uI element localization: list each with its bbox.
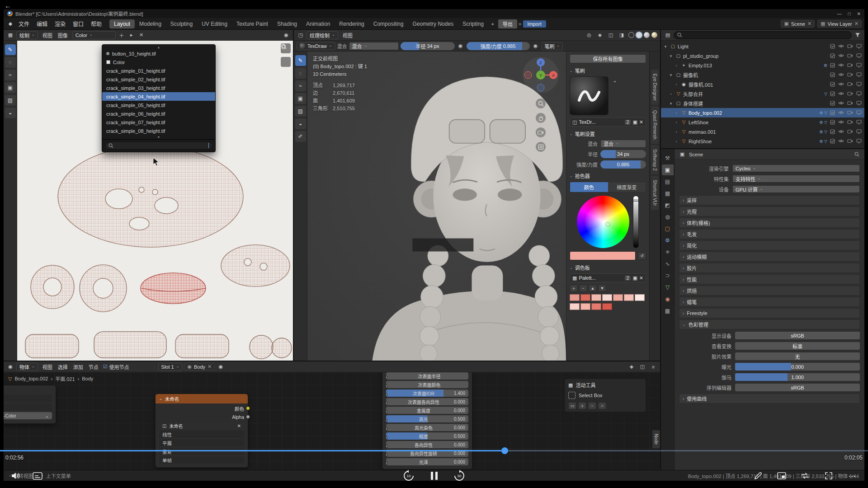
disable-camera-icon[interactable] xyxy=(847,129,853,134)
brush-browse-icon[interactable]: ⌄ xyxy=(611,76,619,84)
viewport-tool-button[interactable]: ✎ xyxy=(295,55,306,66)
paint-tool-button[interactable]: ◌ xyxy=(5,57,16,68)
render-monitor-icon[interactable] xyxy=(856,101,862,105)
volume-button[interactable] xyxy=(10,470,22,482)
edit-button[interactable] xyxy=(752,470,764,482)
outliner-row[interactable]: ▾ ▢ Light xyxy=(661,42,864,51)
image-name-field[interactable]: ◫ 未命名 ✕ xyxy=(159,422,244,429)
hide-eye-icon[interactable] xyxy=(838,129,844,134)
radius-pressure-icon[interactable]: ◉ xyxy=(457,42,465,50)
checkbox-icon[interactable] xyxy=(830,120,835,125)
palette-swatch[interactable] xyxy=(580,294,590,301)
checkbox-icon[interactable] xyxy=(830,91,835,96)
bsdf-input-row[interactable]: 次表面各向异性 0.000 xyxy=(386,398,468,405)
sidebar-tab[interactable]: Eye Designer xyxy=(651,70,659,105)
outliner-row[interactable]: › ▽ Body_topo.002 ⚙ ▽ xyxy=(661,108,864,117)
fullscreen-button[interactable] xyxy=(823,470,835,482)
viewport-tool-button[interactable]: ▣ xyxy=(295,93,306,104)
strength-pressure-icon[interactable]: ◉ xyxy=(532,42,540,50)
viewport-tool-button[interactable]: ≈ xyxy=(295,80,306,91)
outliner-row[interactable]: › ▽ RightShoe ⚙ ▽ xyxy=(661,136,864,146)
strength-slider[interactable]: 强度/力度 0.885 xyxy=(467,42,530,50)
outliner-row[interactable]: › ▽ 头部合并 ▽ xyxy=(661,89,864,99)
palette-swatch[interactable] xyxy=(602,303,612,310)
maximize-button[interactable]: □ xyxy=(848,11,851,16)
checkbox-icon[interactable] xyxy=(830,63,835,68)
add-workspace-button[interactable]: + xyxy=(489,20,497,28)
menu-item[interactable]: 编辑 xyxy=(33,19,51,29)
colorspace-dropdown[interactable]: Non-Color⌄ xyxy=(4,412,52,419)
color-picker-section-header[interactable]: 拾色器 xyxy=(570,172,646,179)
expand-arrow-icon[interactable]: › xyxy=(668,92,674,96)
radius-field[interactable]: 34 px xyxy=(600,150,646,158)
cm-value-widget[interactable]: 标准 xyxy=(735,342,860,350)
shader-editor-menu[interactable]: 添加 xyxy=(71,362,86,371)
sidebar-tab[interactable]: Quad Remesh xyxy=(651,106,659,143)
image-dropdown-item[interactable]: crack_simple_06_height.tif xyxy=(102,109,215,118)
properties-tab[interactable]: ✳ xyxy=(662,247,674,258)
workspace-tab[interactable]: Modeling xyxy=(135,19,166,28)
viewport-canvas[interactable]: 正交前视图 (0) Body_topo.002 : 键 1 10 Centime… xyxy=(307,52,566,361)
hide-eye-icon[interactable] xyxy=(838,72,844,77)
dropdown-scroll-up-icon[interactable]: ▲ xyxy=(102,45,215,49)
collapsed-section[interactable]: 蜡笔 xyxy=(679,297,860,307)
editor-type-icon[interactable]: ▦ xyxy=(6,31,14,39)
menu-item[interactable]: 文件 xyxy=(15,19,33,29)
palette-swatch[interactable] xyxy=(613,294,623,301)
solid-shading-icon[interactable] xyxy=(636,32,642,38)
snap-icon[interactable]: ◈ xyxy=(627,363,636,371)
properties-tab[interactable]: ▢ xyxy=(662,223,674,234)
expand-arrow-icon[interactable]: › xyxy=(674,63,679,68)
image-dropdown-item[interactable]: crack_simple_03_height.tif xyxy=(102,84,215,92)
hide-eye-icon[interactable] xyxy=(838,120,844,124)
collapsed-section[interactable]: 烘焙 xyxy=(679,286,860,296)
image-dropdown-item[interactable]: crack_simple_01_height.tif xyxy=(102,66,215,75)
select-extend-icon[interactable]: ＋ xyxy=(578,402,586,409)
render-monitor-icon[interactable] xyxy=(856,53,862,58)
palette-swatch[interactable] xyxy=(570,303,580,310)
viewport-tool-button[interactable]: ◌ xyxy=(295,68,306,79)
import-button[interactable]: Import xyxy=(523,20,546,28)
viewport-pan-icon[interactable] xyxy=(536,113,546,123)
cm-value-widget[interactable]: 0.000 xyxy=(735,363,860,371)
workspace-tab[interactable]: Geometry Nodes xyxy=(408,19,458,28)
overlay-icon[interactable]: ◫ xyxy=(638,363,646,371)
brush-section-header[interactable]: 笔刷 xyxy=(570,67,646,74)
expand-arrow-icon[interactable]: ▾ xyxy=(663,44,668,49)
view-layer-clear-icon[interactable]: ✕ xyxy=(854,21,859,27)
render-monitor-icon[interactable] xyxy=(856,110,862,115)
outliner-row[interactable]: ▾ ▢ 身体搭建 xyxy=(661,99,864,108)
editor-type-icon[interactable]: ◳ xyxy=(297,31,305,39)
workspace-tab[interactable]: Compositing xyxy=(369,19,408,28)
xray-icon[interactable]: ◨ xyxy=(618,31,626,39)
checkbox-icon[interactable] xyxy=(830,139,835,144)
property-dropdown[interactable]: GPU 计算 xyxy=(732,185,860,193)
outliner-search[interactable] xyxy=(674,31,852,39)
options-icon[interactable]: ≡ xyxy=(649,363,657,371)
sidebar-tab[interactable]: Softwrap 2 xyxy=(651,145,659,175)
palette-remove-icon[interactable]: − xyxy=(579,285,587,292)
palette-swatch[interactable] xyxy=(591,294,601,301)
disable-camera-icon[interactable] xyxy=(847,82,853,86)
render-monitor-icon[interactable] xyxy=(856,129,862,134)
bsdf-input-row[interactable]: 高光 0.500 xyxy=(386,415,468,422)
fake-user-shield-icon[interactable]: ▣ xyxy=(632,275,637,281)
image-search-input[interactable] xyxy=(116,143,209,148)
select-intersect-icon[interactable]: ∩ xyxy=(598,402,606,409)
forward-30-button[interactable]: 30 xyxy=(453,470,465,482)
paint-tool-button[interactable]: ≈ xyxy=(5,70,16,80)
hide-eye-icon[interactable] xyxy=(838,53,844,58)
color-tab[interactable]: 颜色 xyxy=(570,182,608,192)
properties-tab[interactable]: ⊃ xyxy=(662,270,674,281)
view-layer-selector[interactable]: ▦View Layer✕ xyxy=(817,20,862,28)
collapse-arrow-icon[interactable]: ⌄ xyxy=(159,397,162,401)
overlays-icon[interactable]: ◫ xyxy=(607,31,615,39)
strength-field[interactable]: 0.885 xyxy=(600,160,646,169)
shader-editor-menu[interactable]: 视图 xyxy=(40,362,55,371)
palette-swatch[interactable] xyxy=(635,294,645,301)
save-all-images-button[interactable]: 保存所有图像 xyxy=(570,54,646,63)
back-button[interactable]: ← xyxy=(5,1,16,10)
expand-arrow-icon[interactable]: › xyxy=(674,120,679,125)
collapsed-section[interactable]: 运动模糊 xyxy=(679,252,860,262)
expand-arrow-icon[interactable]: › xyxy=(674,82,679,87)
